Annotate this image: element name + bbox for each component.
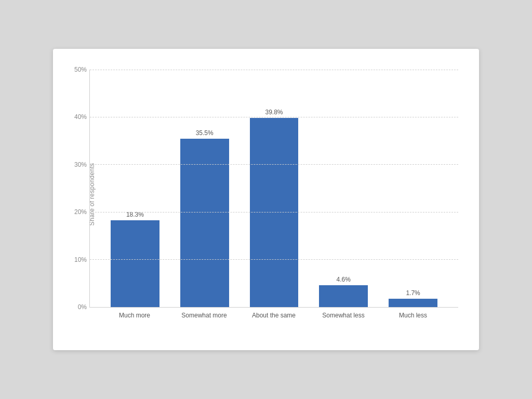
grid-line-rule: [90, 117, 458, 117]
y-tick-label: 40%: [70, 113, 87, 121]
x-tick-label: Much more: [100, 312, 169, 319]
grid-line-rule: [90, 212, 458, 212]
chart-card: Share of respondents 18.3%35.5%39.8%4.6%…: [53, 49, 479, 350]
bar: [180, 139, 229, 307]
bar-value-label: 4.6%: [337, 276, 351, 283]
grid-line-rule: [90, 307, 458, 308]
x-tick-label: About the same: [239, 312, 309, 319]
bar-value-label: 1.7%: [406, 289, 420, 297]
x-tick-label: Somewhat more: [169, 312, 239, 319]
chart-grid: 18.3%35.5%39.8%4.6%1.7% 0%10%20%30%40%50…: [89, 70, 458, 308]
bar: [319, 285, 368, 307]
y-tick-label: 30%: [70, 161, 87, 168]
bar: [389, 299, 437, 307]
bar-group: 1.7%: [378, 70, 448, 307]
y-tick-label: 10%: [70, 256, 87, 263]
bars-container: 18.3%35.5%39.8%4.6%1.7%: [90, 70, 458, 307]
x-axis-labels: Much moreSomewhat moreAbout the sameSome…: [89, 308, 458, 319]
x-tick-label: Much less: [378, 312, 448, 319]
bar-value-label: 39.8%: [265, 109, 283, 116]
bar-group: 4.6%: [309, 70, 378, 307]
grid-and-bars: 18.3%35.5%39.8%4.6%1.7% 0%10%20%30%40%50…: [89, 70, 458, 319]
bar-group: 18.3%: [100, 70, 170, 307]
bar-value-label: 35.5%: [196, 129, 214, 137]
bar: [250, 118, 299, 307]
y-tick-label: 0%: [70, 303, 87, 311]
chart-area: Share of respondents 18.3%35.5%39.8%4.6%…: [89, 70, 458, 319]
y-tick-label: 50%: [70, 66, 87, 73]
bar-group: 35.5%: [170, 70, 240, 307]
grid-line-rule: [90, 259, 458, 260]
grid-line-rule: [90, 70, 458, 70]
y-tick-label: 20%: [70, 208, 87, 216]
bar: [111, 220, 159, 307]
x-tick-label: Somewhat less: [309, 312, 378, 319]
grid-line-rule: [90, 164, 458, 165]
bar-group: 39.8%: [240, 70, 309, 307]
